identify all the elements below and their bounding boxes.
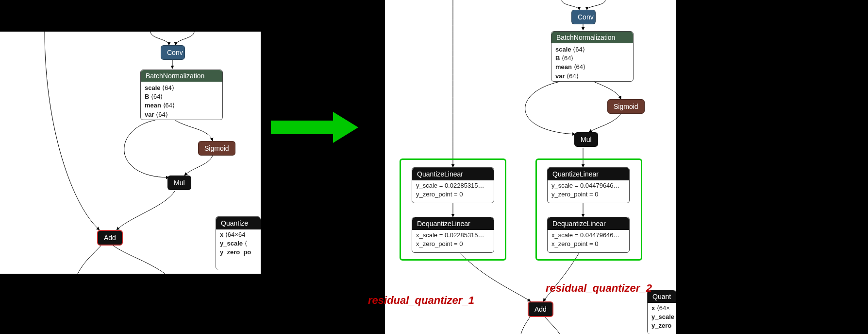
dql2-header: DequantizeLinear bbox=[548, 217, 629, 230]
quantize-linear-2[interactable]: QuantizeLinear y_scale = 0.04479646… y_z… bbox=[547, 167, 630, 203]
sigmoid-node[interactable]: Sigmoid bbox=[198, 141, 235, 156]
dql1-header: DequantizeLinear bbox=[412, 217, 494, 230]
dequantize-linear-2[interactable]: DequantizeLinear x_scale = 0.04479646… x… bbox=[547, 217, 630, 253]
dequantize-linear-1[interactable]: DequantizeLinear x_scale = 0.02285315… x… bbox=[412, 217, 494, 253]
batchnorm-node[interactable]: BatchNormalization scale ⟨64⟩ B ⟨64⟩ mea… bbox=[140, 70, 223, 120]
batchnorm-node-r[interactable]: BatchNormalization scale ⟨64⟩ B ⟨64⟩ mea… bbox=[551, 31, 634, 82]
transform-arrow bbox=[271, 112, 358, 141]
residual-quantizer-2-label: residual_quantizer_2 bbox=[546, 282, 696, 295]
quantize-clipped-header: Quantize bbox=[216, 217, 261, 229]
ql2-header: QuantizeLinear bbox=[548, 168, 629, 180]
mul-node[interactable]: Mul bbox=[167, 176, 191, 190]
ql1-header: QuantizeLinear bbox=[412, 168, 494, 180]
add-node[interactable]: Add bbox=[97, 230, 123, 246]
add-node-r[interactable]: Add bbox=[528, 301, 553, 317]
batchnorm-header-r: BatchNormalization bbox=[551, 32, 633, 43]
residual-quantizer-1-label: residual_quantizer_1 bbox=[368, 294, 518, 307]
conv-node-r[interactable]: Conv bbox=[571, 10, 596, 24]
quantize-clipped-node[interactable]: Quantize x ⟨64×64 y_scale ⟨ y_zero_po bbox=[216, 216, 261, 270]
conv-node[interactable]: Conv bbox=[161, 45, 185, 60]
batchnorm-header: BatchNormalization bbox=[141, 70, 222, 82]
mul-node-r[interactable]: Mul bbox=[574, 132, 598, 147]
quantize-linear-1[interactable]: QuantizeLinear y_scale = 0.02285315… y_z… bbox=[412, 167, 494, 203]
quant-clipped-r[interactable]: Quant x ⟨64× y_scale y_zero bbox=[647, 290, 676, 334]
sigmoid-node-r[interactable]: Sigmoid bbox=[607, 99, 645, 114]
graph-before: Conv BatchNormalization scale ⟨64⟩ B ⟨64… bbox=[0, 32, 261, 274]
